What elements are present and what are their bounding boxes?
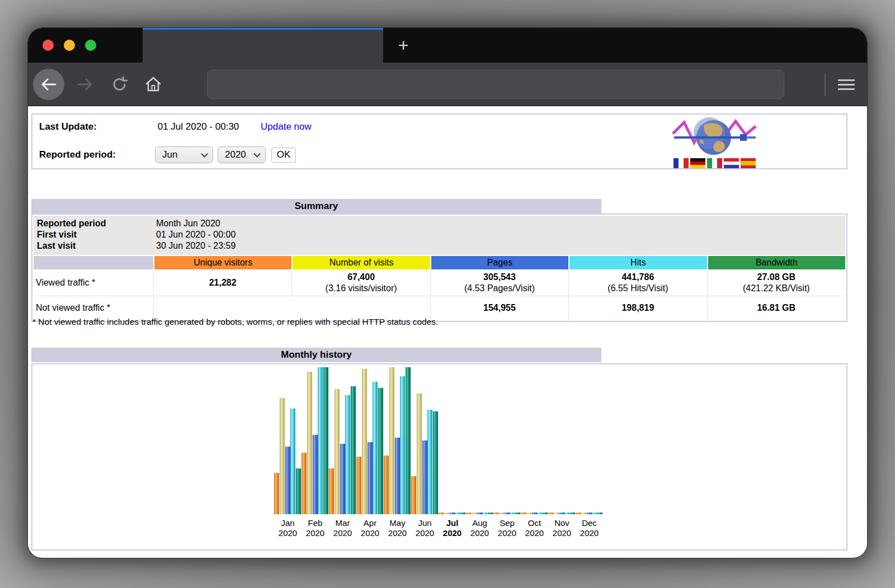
home-icon (144, 75, 162, 93)
not-viewed-hits: 198,819 (569, 296, 706, 320)
bar-hits (400, 376, 405, 514)
bar-number-of-visits (499, 513, 504, 514)
month-bars-dec (576, 513, 602, 514)
not-viewed-footnote: * Not viewed traffic includes traffic ge… (32, 317, 438, 327)
active-tab[interactable] (143, 28, 383, 63)
month-select-value: Jun (162, 149, 177, 160)
bar-bandwidth (351, 386, 356, 514)
info-row-last-visit: Last visit 30 Jun 2020 - 23:59 (34, 240, 845, 252)
minimize-window-icon[interactable] (64, 40, 75, 51)
bar-unique-visitors (493, 513, 498, 514)
month-bars-mar (329, 386, 356, 514)
new-tab-button[interactable]: + (393, 35, 414, 56)
awstats-page: Last Update: 01 Jul 2020 - 00:30 Update … (28, 106, 867, 557)
toolbar-divider (825, 73, 826, 96)
chevron-down-icon (253, 150, 261, 158)
zoom-window-icon[interactable] (85, 40, 96, 51)
last-update-label: Last Update: (39, 121, 155, 132)
home-button[interactable] (141, 69, 166, 100)
bar-unique-visitors (521, 513, 526, 514)
flag-spain-icon[interactable] (741, 158, 756, 168)
bar-hits (373, 382, 378, 514)
close-window-icon[interactable] (43, 40, 54, 51)
bar-number-of-visits (307, 372, 312, 514)
viewed-unique-visitors: 21,282 (154, 270, 291, 296)
bar-bandwidth (406, 367, 411, 514)
window-controls (43, 40, 96, 51)
bar-hits (455, 513, 460, 514)
bar-number-of-visits (417, 393, 422, 514)
month-bars-jun (411, 393, 438, 514)
bar-unique-visitors (548, 513, 553, 514)
bar-pages (559, 513, 564, 514)
bar-pages (368, 442, 373, 514)
browser-toolbar (28, 63, 867, 106)
bar-number-of-visits (554, 513, 559, 514)
bar-hits (592, 513, 597, 514)
report-header-box: Last Update: 01 Jul 2020 - 00:30 Update … (31, 113, 847, 169)
reported-period-row: Reported period: Jun 2020 OK (39, 146, 654, 164)
not-viewed-pages: 154,955 (431, 296, 568, 320)
info-row-reported-period: Reported period Month Jun 2020 (34, 218, 845, 229)
back-button[interactable] (33, 69, 64, 100)
header-bandwidth: Bandwidth (708, 256, 845, 269)
month-label-sep: Sep2020 (493, 518, 521, 538)
year-select[interactable]: 2020 (218, 146, 266, 163)
language-flags (673, 158, 756, 168)
bar-unique-visitors (466, 513, 471, 514)
bar-unique-visitors (439, 513, 444, 514)
forward-button[interactable] (73, 69, 97, 100)
month-bars-apr (356, 369, 383, 514)
bar-number-of-visits (526, 513, 531, 514)
bar-pages (395, 438, 400, 514)
month-select[interactable]: Jun (155, 146, 213, 163)
not-viewed-empty (154, 296, 430, 320)
bar-bandwidth (378, 388, 383, 514)
bar-pages (450, 513, 455, 514)
reload-button[interactable] (107, 69, 132, 100)
bar-number-of-visits (389, 367, 394, 514)
chevron-down-icon (201, 150, 208, 158)
reported-period-label: Reported period: (39, 149, 155, 160)
info-row-first-visit: First visit 01 Jun 2020 - 00:00 (34, 229, 845, 240)
header-number-of-visits: Number of visits (293, 256, 430, 269)
bar-number-of-visits (581, 513, 586, 514)
viewed-traffic-label: Viewed traffic * (34, 270, 153, 296)
bar-unique-visitors (411, 476, 416, 514)
flag-netherlands-icon[interactable] (724, 158, 739, 168)
menu-button[interactable] (838, 76, 855, 93)
ok-button[interactable]: OK (271, 148, 296, 163)
summary-title-bar: Summary (31, 199, 601, 214)
bar-bandwidth (597, 513, 602, 514)
year-select-value: 2020 (225, 149, 246, 160)
month-label-aug: Aug2020 (466, 518, 493, 538)
bar-number-of-visits (362, 369, 367, 514)
update-now-link[interactable]: Update now (261, 121, 312, 132)
bar-number-of-visits (444, 513, 449, 514)
bar-hits (318, 367, 323, 514)
bar-pages (532, 513, 537, 514)
month-bars-may (384, 367, 411, 514)
flag-italy-icon[interactable] (707, 158, 722, 168)
bar-hits (290, 409, 295, 514)
bar-bandwidth (570, 513, 575, 514)
header-unique-visitors: Unique visitors (154, 256, 291, 269)
bar-hits (564, 513, 569, 514)
summary-data-grid: Viewed traffic * 21,282 67,400 (3.16 vis… (34, 270, 845, 320)
summary-column-headers: Unique visitors Number of visits Pages H… (34, 256, 845, 269)
flag-germany-icon[interactable] (690, 158, 705, 168)
not-viewed-bandwidth: 16.81 GB (708, 296, 845, 320)
bar-hits (427, 410, 432, 514)
address-bar[interactable] (207, 70, 784, 99)
bar-number-of-visits (280, 398, 285, 514)
bar-bandwidth (488, 513, 493, 514)
month-bars-feb (302, 367, 328, 514)
flag-france-icon[interactable] (673, 158, 689, 168)
bar-bandwidth (296, 468, 301, 514)
bar-pages (422, 440, 427, 514)
header-hits: Hits (569, 256, 706, 269)
bar-unique-visitors (356, 457, 361, 514)
reload-icon (111, 76, 128, 93)
month-bars-aug (466, 513, 493, 514)
monthly-history-title-bar: Monthly history (31, 348, 601, 362)
